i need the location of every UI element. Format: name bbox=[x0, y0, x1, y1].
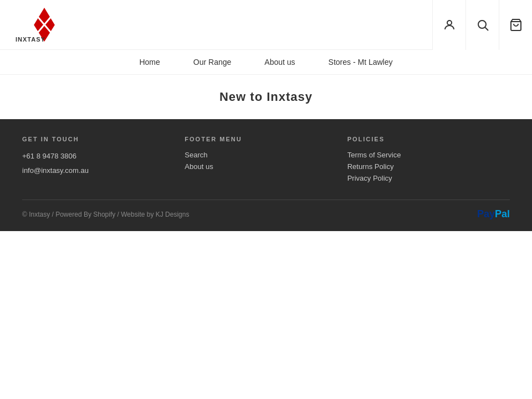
site-footer: GET IN TOUCH +61 8 9478 3806 info@inxtas… bbox=[0, 119, 532, 231]
cart-icon bbox=[509, 18, 523, 32]
nav-stores[interactable]: Stores - Mt Lawley bbox=[312, 50, 410, 75]
nav-home[interactable]: Home bbox=[122, 50, 176, 75]
svg-line-7 bbox=[485, 27, 488, 30]
footer-policies-col: POLICIES Terms of Service Returns Policy… bbox=[347, 136, 510, 186]
svg-point-6 bbox=[478, 21, 486, 28]
account-icon bbox=[443, 18, 456, 32]
footer-menu-col: FOOTER MENU Search About us bbox=[185, 136, 347, 186]
header-icon-group bbox=[432, 0, 532, 50]
search-button[interactable] bbox=[466, 0, 499, 50]
main-content: New to Inxtasy bbox=[0, 75, 532, 119]
footer-search-link[interactable]: Search bbox=[185, 151, 347, 159]
footer-returns-link[interactable]: Returns Policy bbox=[347, 162, 510, 171]
paypal-logo-text: PayPal bbox=[477, 208, 510, 220]
footer-email: info@inxtasy.com.au bbox=[22, 165, 185, 177]
footer-about-link[interactable]: About us bbox=[185, 162, 347, 171]
cart-button[interactable] bbox=[499, 0, 532, 50]
svg-text:INXTASY: INXTASY bbox=[16, 36, 45, 43]
page-title: New to Inxtasy bbox=[219, 90, 313, 104]
footer-terms-link[interactable]: Terms of Service bbox=[347, 151, 510, 159]
site-header: INXTASY bbox=[0, 0, 532, 50]
nav-about-us[interactable]: About us bbox=[248, 50, 311, 75]
footer-policies-heading: POLICIES bbox=[347, 136, 510, 142]
footer-phone: +61 8 9478 3806 bbox=[22, 151, 185, 162]
search-icon bbox=[476, 18, 489, 32]
site-logo: INXTASY bbox=[11, 4, 78, 45]
logo-container[interactable]: INXTASY bbox=[0, 4, 89, 45]
footer-copyright: © Inxtasy / Powered By Shopify / Website… bbox=[22, 211, 189, 218]
paypal-badge: PayPal bbox=[477, 208, 510, 220]
account-button[interactable] bbox=[432, 0, 466, 50]
footer-columns: GET IN TOUCH +61 8 9478 3806 info@inxtas… bbox=[22, 136, 510, 186]
main-nav: Home Our Range About us Stores - Mt Lawl… bbox=[0, 50, 532, 75]
svg-point-5 bbox=[447, 21, 452, 25]
footer-contact-col: GET IN TOUCH +61 8 9478 3806 info@inxtas… bbox=[22, 136, 185, 186]
nav-our-range[interactable]: Our Range bbox=[177, 50, 248, 75]
footer-bottom-bar: © Inxtasy / Powered By Shopify / Website… bbox=[22, 200, 510, 220]
footer-menu-heading: FOOTER MENU bbox=[185, 136, 347, 142]
footer-privacy-link[interactable]: Privacy Policy bbox=[347, 174, 510, 182]
footer-contact-heading: GET IN TOUCH bbox=[22, 136, 185, 142]
